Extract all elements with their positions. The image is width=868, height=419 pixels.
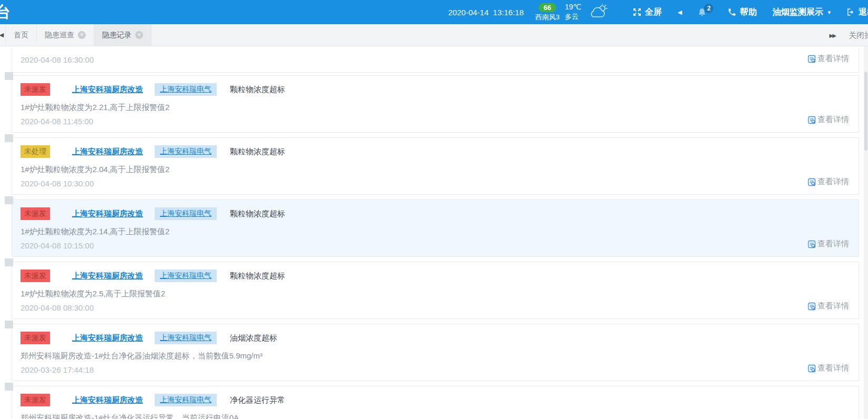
company-tag[interactable]: 上海安科瑞电气 <box>155 332 217 344</box>
hazard-type: 净化器运行异常 <box>230 395 285 405</box>
tab-scroll-right-icon[interactable]: ▶▶ <box>830 24 835 46</box>
record-card: 未派发 上海安科瑞厨房改造 上海安科瑞电气 颗粒物浓度超标 1#炉灶颗粒物浓度为… <box>12 199 859 257</box>
view-detail-label: 查看详情 <box>817 301 849 311</box>
record-time: 2020-04-08 16:30:00 <box>21 55 94 64</box>
hazard-description: 郑州安科瑞厨房改造-1#灶台净化器油烟浓度超标，当前数值5.9mg/m³ <box>21 351 263 361</box>
detail-doc-icon <box>808 178 816 186</box>
fullscreen-button[interactable]: 全屏 <box>633 7 662 18</box>
record-time: 2020-03-26 17:44:18 <box>21 365 94 374</box>
record-card: 未处理 上海安科瑞厨房改造 上海安科瑞电气 颗粒物浓度超标 1#炉灶颗粒物浓度为… <box>12 137 859 195</box>
hazard-description: 1#炉灶颗粒物浓度为2.14,高于上限报警值2 <box>21 227 169 237</box>
caret-down-icon: ▾ <box>827 9 831 16</box>
view-detail-link[interactable]: 查看详情 <box>808 177 849 187</box>
hazard-type: 颗粒物浓度超标 <box>230 147 285 157</box>
help-button[interactable]: 帮助 <box>728 7 756 18</box>
mute-toggle[interactable]: ◀ <box>678 9 682 16</box>
project-link[interactable]: 上海安科瑞厨房改造 <box>72 147 143 157</box>
record-card: 未派发 上海安科瑞厨房改造 上海安科瑞电气 颗粒物浓度超标 1#炉灶颗粒物浓度为… <box>12 75 859 133</box>
company-tag[interactable]: 上海安科瑞电气 <box>155 207 217 220</box>
logout-button[interactable]: 退出 <box>846 7 868 18</box>
view-detail-label: 查看详情 <box>817 177 849 187</box>
wind-label: 西南风3 <box>535 14 559 22</box>
tab-home[interactable]: 首页 <box>5 24 37 46</box>
status-badge: 未派发 <box>21 83 50 96</box>
status-badge: 未派发 <box>21 332 50 344</box>
project-link[interactable]: 上海安科瑞厨房改造 <box>72 395 143 405</box>
tab-hazard-records-label: 隐患记录 <box>102 31 132 40</box>
record-header-row: 未派发 上海安科瑞厨房改造 上海安科瑞电气 颗粒物浓度超标 <box>21 270 285 282</box>
close-operations-menu[interactable]: 关闭操作 <box>849 24 868 46</box>
view-detail-link[interactable]: 查看详情 <box>808 54 849 64</box>
view-detail-link[interactable]: 查看详情 <box>808 363 849 373</box>
tab-bar: ◀ 首页 隐患巡查 ✕ 隐患记录 ✕ ▶▶ 关闭操作 <box>0 24 868 46</box>
record-time: 2020-04-08 10:15:00 <box>21 241 94 250</box>
speaker-mute-icon: ◀ <box>678 9 682 16</box>
record-list: 2020-04-08 16:30:00 查看详情 未派发 上海安科瑞厨房改造 上… <box>0 46 868 419</box>
top-bar: 台 2020-04-14 13:16:18 66 西南风3 19℃ 多云 <box>0 0 868 24</box>
detail-doc-icon <box>808 116 816 124</box>
record-header-row: 未派发 上海安科瑞厨房改造 上海安科瑞电气 颗粒物浓度超标 <box>21 83 285 96</box>
corner-marker <box>5 383 13 391</box>
detail-doc-icon <box>808 240 816 248</box>
tab-hazard-records[interactable]: 隐患记录 ✕ <box>94 24 152 46</box>
record-card: 未派发 上海安科瑞厨房改造 上海安科瑞电气 颗粒物浓度超标 1#炉灶颗粒物浓度为… <box>12 262 859 319</box>
record-header-row: 未派发 上海安科瑞厨房改造 上海安科瑞电气 油烟浓度超标 <box>21 332 277 344</box>
monitor-display-dropdown[interactable]: 油烟监测展示 ▾ <box>772 7 831 18</box>
corner-marker <box>5 258 13 266</box>
hazard-description: 1#炉灶颗粒物浓度为2.04,高于上限报警值2 <box>21 165 169 175</box>
view-detail-link[interactable]: 查看详情 <box>808 239 849 249</box>
tab-hazard-patrol[interactable]: 隐患巡查 ✕ <box>37 24 94 46</box>
tab-scroll-left-icon[interactable]: ◀ <box>0 24 5 46</box>
view-detail-label: 查看详情 <box>817 115 849 125</box>
record-card: 未派发 上海安科瑞厨房改造 上海安科瑞电气 油烟浓度超标 郑州安科瑞厨房改造-1… <box>12 324 859 381</box>
view-detail-link[interactable]: 查看详情 <box>808 301 849 311</box>
project-link[interactable]: 上海安科瑞厨房改造 <box>72 85 143 95</box>
project-link[interactable]: 上海安科瑞厨房改造 <box>72 271 143 281</box>
temperature-label: 19℃ <box>565 3 581 11</box>
hazard-type: 颗粒物浓度超标 <box>230 209 285 219</box>
detail-doc-icon <box>808 364 816 373</box>
record-time: 2020-04-08 10:30:00 <box>21 179 94 188</box>
notifications-button[interactable]: 2 <box>698 8 706 17</box>
detail-doc-icon <box>808 55 816 63</box>
datetime-display: 2020-04-14 13:16:18 <box>448 8 523 17</box>
scrollbar-thumb[interactable] <box>864 72 867 151</box>
corner-marker <box>5 196 13 204</box>
weather-aqi-wind: 66 西南风3 <box>535 3 559 22</box>
record-time: 2020-04-08 08:30:00 <box>21 303 94 312</box>
app-screen: 台 2020-04-14 13:16:18 66 西南风3 19℃ 多云 <box>0 0 868 419</box>
corner-marker <box>5 321 13 328</box>
status-badge: 未派发 <box>21 270 50 282</box>
project-link[interactable]: 上海安科瑞厨房改造 <box>72 209 143 219</box>
aqi-badge: 66 <box>539 3 556 12</box>
tab-hazard-patrol-label: 隐患巡查 <box>45 31 74 40</box>
tab-close-icon[interactable]: ✕ <box>78 31 86 39</box>
company-tag[interactable]: 上海安科瑞电气 <box>155 145 217 158</box>
fullscreen-expand-icon <box>633 8 641 16</box>
company-tag[interactable]: 上海安科瑞电气 <box>155 270 217 282</box>
corner-marker <box>5 72 13 80</box>
project-link[interactable]: 上海安科瑞厨房改造 <box>72 333 143 343</box>
company-tag[interactable]: 上海安科瑞电气 <box>155 394 217 406</box>
logout-label: 退出 <box>859 7 868 18</box>
tab-close-icon[interactable]: ✕ <box>135 31 143 39</box>
vertical-scrollbar[interactable] <box>864 46 868 419</box>
cloud-sun-icon <box>589 4 609 21</box>
status-badge: 未派发 <box>21 207 50 220</box>
detail-doc-icon <box>808 302 816 311</box>
record-header-row: 未派发 上海安科瑞厨房改造 上海安科瑞电气 颗粒物浓度超标 <box>21 207 285 220</box>
hazard-type: 颗粒物浓度超标 <box>230 85 285 95</box>
corner-marker <box>5 134 13 142</box>
status-badge: 未处理 <box>21 145 50 158</box>
hazard-type: 颗粒物浓度超标 <box>230 271 285 281</box>
weather-widget: 66 西南风3 19℃ 多云 <box>535 3 609 22</box>
record-card: 2020-04-08 16:30:00 查看详情 <box>12 48 859 73</box>
company-tag[interactable]: 上海安科瑞电气 <box>155 83 217 96</box>
hazard-description: 郑州安科瑞厨房改造-1#灶台净化器运行异常，当前运行电流0A <box>21 413 239 419</box>
view-detail-link[interactable]: 查看详情 <box>808 115 849 125</box>
view-detail-label: 查看详情 <box>817 54 849 64</box>
hazard-type: 油烟浓度超标 <box>230 333 277 343</box>
topbar-menu: 全屏 ◀ 2 帮助 油烟监测展示 ▾ <box>633 7 868 18</box>
phone-icon <box>728 8 736 16</box>
weather-temp-cond: 19℃ 多云 <box>565 3 581 21</box>
